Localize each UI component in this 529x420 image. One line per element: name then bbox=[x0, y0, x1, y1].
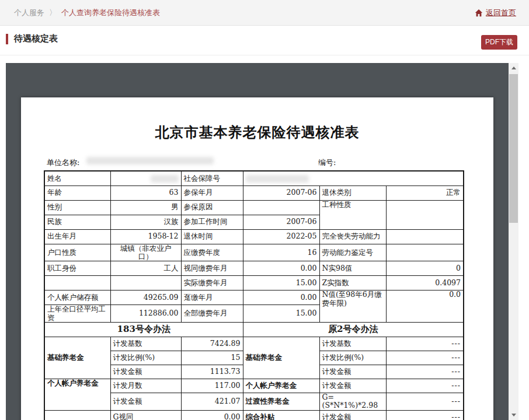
table-cell: 出生年月 bbox=[44, 229, 110, 244]
doc-title: 北京市基本养老保险待遇核准表 bbox=[21, 123, 493, 142]
table-cell: 2007-06 bbox=[243, 186, 319, 200]
table-cell: 参加工作时间 bbox=[181, 215, 243, 229]
table-cell bbox=[386, 200, 464, 229]
scroll-up-button[interactable] bbox=[509, 63, 518, 73]
table-cell: 男 bbox=[110, 200, 181, 215]
table-cell: --- bbox=[386, 351, 464, 365]
table-cell: 15.00 bbox=[243, 276, 319, 290]
pdf-download-button[interactable]: PDF下载 bbox=[481, 35, 517, 50]
table-cell: 2007-06 bbox=[243, 215, 319, 229]
table-cell: 计发比例(%) bbox=[110, 351, 181, 365]
breadcrumb-separator: 〉 bbox=[49, 8, 57, 18]
page-title: 待遇核定表 bbox=[14, 33, 58, 44]
table-cell: G视同 bbox=[110, 410, 181, 420]
back-home-link[interactable]: 返回首页 bbox=[475, 0, 516, 26]
table-cell: 0.00 bbox=[181, 410, 243, 420]
back-home-label: 返回首页 bbox=[486, 8, 516, 18]
table-cell: N值(至98年6月缴费年限) bbox=[319, 290, 386, 323]
table-cell: 421.07 bbox=[181, 393, 243, 411]
table-cell: 城镇（非农业户口） bbox=[110, 244, 181, 261]
table-cell: 年龄 bbox=[44, 186, 110, 200]
table-cell: 参保年月 bbox=[181, 186, 243, 200]
benefit-table: 姓名社会保障号年龄63参保年月2007-06退休类别正常性别男参保原因工种性质民… bbox=[44, 170, 464, 420]
table-cell: 汉族 bbox=[110, 215, 181, 229]
table-cell: 综合补贴 bbox=[243, 410, 319, 420]
table-cell: 1113.73 bbox=[181, 365, 243, 379]
table-cell: 63 bbox=[110, 186, 181, 200]
table-cell: 社会保障号 bbox=[181, 171, 243, 186]
scroll-down-icon bbox=[511, 414, 516, 416]
unit-name-label: 单位名称: bbox=[47, 158, 79, 168]
table-cell: 0 bbox=[386, 261, 464, 276]
table-cell: 参保原因 bbox=[181, 200, 243, 215]
pdf-page: 北京市基本养老保险待遇核准表 单位名称: 编号: 姓名社会保障号年龄63参保年月… bbox=[21, 97, 493, 420]
table-cell: 工种性质 bbox=[319, 200, 386, 229]
home-icon bbox=[475, 9, 483, 17]
table-cell: 117.00 bbox=[181, 379, 243, 393]
table-cell: 0.00 bbox=[243, 261, 319, 276]
table-cell: 退休类别 bbox=[319, 186, 386, 200]
table-cell: 性别 bbox=[44, 200, 110, 215]
table-cell: 职工身份 bbox=[44, 261, 110, 276]
table-cell: 183号令办法 bbox=[44, 323, 243, 337]
table-cell bbox=[110, 171, 181, 186]
section-header: 待遇核定表 PDF下载 bbox=[0, 26, 529, 55]
table-cell: --- bbox=[386, 365, 464, 379]
table-cell: 上年全口径平均工资 bbox=[44, 305, 110, 323]
breadcrumb-bar: 个人服务 〉 个人查询养老保险待遇核准表 返回首页 bbox=[0, 0, 529, 26]
redacted-value bbox=[246, 175, 309, 183]
table-cell: 姓名 bbox=[44, 171, 110, 186]
table-cell: 全部缴费年月 bbox=[181, 305, 243, 323]
table-cell: 实际缴费年月 bbox=[181, 276, 243, 290]
table-cell: 15.00 bbox=[243, 305, 319, 323]
scroll-down-button[interactable] bbox=[509, 410, 518, 420]
pdf-viewer[interactable]: 北京市基本养老保险待遇核准表 单位名称: 编号: 姓名社会保障号年龄63参保年月… bbox=[6, 63, 518, 420]
table-cell: 计发基数 bbox=[110, 337, 181, 351]
table-cell: 视同缴费年月 bbox=[181, 261, 243, 276]
table-cell: 完全丧失劳动能力 bbox=[319, 229, 386, 244]
table-cell bbox=[386, 229, 464, 244]
table-cell: 退休时间 bbox=[181, 229, 243, 244]
table-cell: 户口性质 bbox=[44, 244, 110, 261]
table-cell: N实98值 bbox=[319, 261, 386, 276]
section-accent-bar bbox=[6, 34, 8, 44]
scrollbar[interactable] bbox=[509, 63, 518, 420]
breadcrumb: 个人服务 〉 个人查询养老保险待遇核准表 bbox=[14, 0, 160, 26]
table-cell: 劳动能力鉴定号 bbox=[319, 244, 386, 261]
table-cell: G=(S*N*1%)*2.98 bbox=[319, 393, 386, 411]
table-cell bbox=[44, 276, 110, 290]
table-cell: 计发金额 bbox=[319, 365, 386, 379]
table-cell: 计发金额 bbox=[110, 365, 181, 379]
table-cell: 个人帐户储存额 bbox=[44, 290, 110, 305]
table-cell: 民族 bbox=[44, 215, 110, 229]
table-cell: 原2号令办法 bbox=[243, 323, 464, 337]
breadcrumb-item-root[interactable]: 个人服务 bbox=[14, 8, 44, 18]
table-cell: 个人帐户养老金 bbox=[44, 379, 110, 411]
table-cell: --- bbox=[386, 393, 464, 411]
table-cell: 16 bbox=[243, 244, 319, 261]
unit-name-redacted bbox=[86, 157, 214, 164]
table-cell: 应缴费年度 bbox=[181, 244, 243, 261]
table-cell: 112886.00 bbox=[110, 305, 181, 323]
table-cell: 计发金额 bbox=[319, 379, 386, 393]
serial-number-label: 编号: bbox=[318, 158, 336, 168]
table-cell: 基础养老金 bbox=[44, 337, 110, 379]
table-cell: 过渡性养老金 bbox=[243, 393, 319, 411]
table-cell: 过渡性养老金 bbox=[44, 410, 110, 420]
table-cell: Z实指数 bbox=[319, 276, 386, 290]
section-divider bbox=[0, 55, 529, 55]
table-cell: 基础养老金 bbox=[243, 337, 319, 379]
redacted-value bbox=[151, 175, 179, 183]
table-cell: 1958-12 bbox=[110, 229, 181, 244]
table-cell: 15 bbox=[181, 351, 243, 365]
table-cell: --- bbox=[386, 379, 464, 393]
table-cell: --- bbox=[386, 410, 464, 420]
scrollbar-thumb[interactable] bbox=[509, 74, 518, 223]
table-cell: 计发月数 bbox=[110, 379, 181, 393]
table-cell bbox=[386, 244, 464, 261]
table-cell: 计发金额 bbox=[319, 410, 386, 420]
table-cell: 工人 bbox=[110, 261, 181, 276]
scroll-up-icon bbox=[511, 66, 516, 69]
table-cell bbox=[243, 200, 319, 215]
table-cell: 0.4097 bbox=[386, 276, 464, 290]
